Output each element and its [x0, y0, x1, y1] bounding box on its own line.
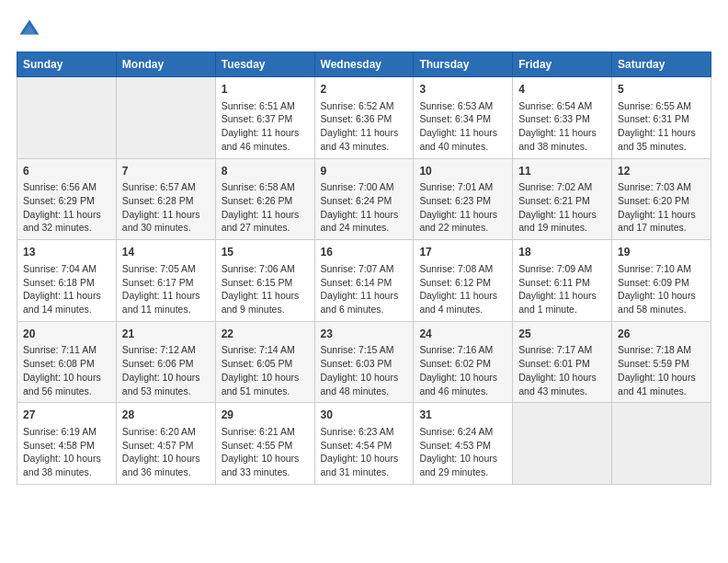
- day-number: 5: [618, 82, 705, 98]
- daylight-text: Daylight: 10 hours and 38 minutes.: [23, 452, 110, 478]
- daylight-text: Daylight: 10 hours and 53 minutes.: [122, 371, 210, 397]
- day-number: 13: [23, 245, 110, 260]
- day-number: 1: [222, 82, 309, 98]
- day-number: 16: [321, 245, 408, 260]
- day-number: 19: [618, 245, 705, 260]
- calendar-cell: 29Sunrise: 6:21 AMSunset: 4:55 PMDayligh…: [215, 403, 314, 485]
- daylight-text: Daylight: 11 hours and 24 minutes.: [321, 208, 408, 235]
- sunrise-text: Sunrise: 6:24 AM: [419, 425, 506, 439]
- calendar-cell: [17, 77, 117, 159]
- daylight-text: Daylight: 11 hours and 27 minutes.: [222, 208, 309, 235]
- day-number: 20: [23, 327, 110, 342]
- calendar-cell: [116, 77, 215, 159]
- calendar-cell: [612, 403, 711, 485]
- sunrise-text: Sunrise: 7:05 AM: [122, 262, 210, 276]
- sunset-text: Sunset: 4:53 PM: [419, 439, 506, 453]
- day-header-wednesday: Wednesday: [314, 52, 414, 77]
- sunrise-text: Sunrise: 7:08 AM: [419, 262, 506, 276]
- calendar-cell: 17Sunrise: 7:08 AMSunset: 6:12 PMDayligh…: [414, 240, 513, 322]
- day-number: 27: [23, 408, 110, 423]
- sunrise-text: Sunrise: 7:03 AM: [618, 180, 705, 194]
- day-number: 18: [518, 245, 606, 260]
- sunset-text: Sunset: 6:26 PM: [222, 194, 309, 208]
- day-number: 6: [23, 164, 110, 179]
- calendar-cell: 16Sunrise: 7:07 AMSunset: 6:14 PMDayligh…: [314, 240, 414, 322]
- calendar-cell: 11Sunrise: 7:02 AMSunset: 6:21 PMDayligh…: [513, 158, 612, 240]
- calendar-cell: 6Sunrise: 6:56 AMSunset: 6:29 PMDaylight…: [17, 158, 117, 240]
- calendar-cell: 24Sunrise: 7:16 AMSunset: 6:02 PMDayligh…: [414, 321, 513, 403]
- header: [17, 17, 711, 42]
- daylight-text: Daylight: 11 hours and 32 minutes.: [23, 208, 110, 235]
- sunrise-text: Sunrise: 7:11 AM: [23, 343, 110, 357]
- sunset-text: Sunset: 6:36 PM: [321, 112, 408, 126]
- daylight-text: Daylight: 11 hours and 35 minutes.: [618, 126, 705, 153]
- day-number: 2: [321, 82, 408, 98]
- sunset-text: Sunset: 6:20 PM: [618, 194, 705, 208]
- sunrise-text: Sunrise: 7:12 AM: [122, 343, 210, 357]
- logo-icon: [17, 17, 42, 42]
- daylight-text: Daylight: 11 hours and 6 minutes.: [321, 289, 408, 316]
- sunrise-text: Sunrise: 7:15 AM: [321, 343, 408, 357]
- sunset-text: Sunset: 6:17 PM: [122, 276, 210, 290]
- day-number: 8: [222, 164, 309, 179]
- daylight-text: Daylight: 10 hours and 33 minutes.: [222, 452, 309, 478]
- calendar-cell: 1Sunrise: 6:51 AMSunset: 6:37 PMDaylight…: [215, 77, 314, 159]
- calendar-cell: 12Sunrise: 7:03 AMSunset: 6:20 PMDayligh…: [612, 158, 711, 240]
- day-number: 9: [321, 164, 408, 179]
- day-header-tuesday: Tuesday: [215, 52, 314, 77]
- sunrise-text: Sunrise: 6:52 AM: [321, 99, 408, 113]
- sunset-text: Sunset: 4:54 PM: [321, 439, 408, 453]
- calendar-cell: 15Sunrise: 7:06 AMSunset: 6:15 PMDayligh…: [215, 240, 314, 322]
- daylight-text: Daylight: 11 hours and 9 minutes.: [222, 289, 309, 316]
- calendar-cell: 18Sunrise: 7:09 AMSunset: 6:11 PMDayligh…: [513, 240, 612, 322]
- sunset-text: Sunset: 6:12 PM: [419, 276, 506, 290]
- sunrise-text: Sunrise: 6:20 AM: [122, 425, 210, 439]
- sunset-text: Sunset: 6:31 PM: [618, 112, 705, 126]
- daylight-text: Daylight: 11 hours and 4 minutes.: [419, 289, 506, 316]
- daylight-text: Daylight: 11 hours and 46 minutes.: [222, 126, 309, 153]
- day-header-monday: Monday: [116, 52, 215, 77]
- calendar-page: SundayMondayTuesdayWednesdayThursdayFrid…: [0, 0, 728, 563]
- calendar-week-row: 6Sunrise: 6:56 AMSunset: 6:29 PMDaylight…: [17, 158, 711, 240]
- logo: [17, 17, 46, 42]
- daylight-text: Daylight: 10 hours and 51 minutes.: [222, 371, 309, 397]
- sunrise-text: Sunrise: 7:16 AM: [419, 343, 506, 357]
- calendar-cell: 10Sunrise: 7:01 AMSunset: 6:23 PMDayligh…: [414, 158, 513, 240]
- daylight-text: Daylight: 10 hours and 36 minutes.: [122, 452, 210, 478]
- daylight-text: Daylight: 11 hours and 38 minutes.: [518, 126, 606, 153]
- sunrise-text: Sunrise: 7:02 AM: [518, 180, 606, 194]
- sunset-text: Sunset: 6:06 PM: [122, 357, 210, 371]
- calendar-week-row: 20Sunrise: 7:11 AMSunset: 6:08 PMDayligh…: [17, 321, 711, 403]
- sunset-text: Sunset: 6:18 PM: [23, 276, 110, 290]
- day-number: 12: [618, 164, 705, 179]
- day-number: 22: [222, 327, 309, 342]
- sunset-text: Sunset: 6:09 PM: [618, 276, 705, 290]
- sunset-text: Sunset: 6:11 PM: [518, 276, 606, 290]
- sunrise-text: Sunrise: 7:17 AM: [518, 343, 606, 357]
- calendar-cell: 31Sunrise: 6:24 AMSunset: 4:53 PMDayligh…: [414, 403, 513, 485]
- calendar-cell: 26Sunrise: 7:18 AMSunset: 5:59 PMDayligh…: [612, 321, 711, 403]
- day-number: 23: [321, 327, 408, 342]
- sunrise-text: Sunrise: 7:07 AM: [321, 262, 408, 276]
- daylight-text: Daylight: 11 hours and 14 minutes.: [23, 289, 110, 316]
- daylight-text: Daylight: 10 hours and 41 minutes.: [618, 371, 705, 397]
- day-header-sunday: Sunday: [17, 52, 117, 77]
- day-number: 11: [518, 164, 606, 179]
- calendar-cell: [513, 403, 612, 485]
- calendar-cell: 23Sunrise: 7:15 AMSunset: 6:03 PMDayligh…: [314, 321, 414, 403]
- sunset-text: Sunset: 6:37 PM: [222, 112, 309, 126]
- day-number: 25: [518, 327, 606, 342]
- day-number: 26: [618, 327, 705, 342]
- sunset-text: Sunset: 6:24 PM: [321, 194, 408, 208]
- day-header-thursday: Thursday: [414, 52, 513, 77]
- daylight-text: Daylight: 11 hours and 30 minutes.: [122, 208, 210, 235]
- sunrise-text: Sunrise: 6:23 AM: [321, 425, 408, 439]
- sunrise-text: Sunrise: 7:06 AM: [222, 262, 309, 276]
- sunrise-text: Sunrise: 6:58 AM: [222, 180, 309, 194]
- sunset-text: Sunset: 6:28 PM: [122, 194, 210, 208]
- day-number: 29: [222, 408, 309, 423]
- calendar-cell: 13Sunrise: 7:04 AMSunset: 6:18 PMDayligh…: [17, 240, 117, 322]
- calendar-cell: 14Sunrise: 7:05 AMSunset: 6:17 PMDayligh…: [116, 240, 215, 322]
- calendar-cell: 28Sunrise: 6:20 AMSunset: 4:57 PMDayligh…: [116, 403, 215, 485]
- calendar-cell: 3Sunrise: 6:53 AMSunset: 6:34 PMDaylight…: [414, 77, 513, 159]
